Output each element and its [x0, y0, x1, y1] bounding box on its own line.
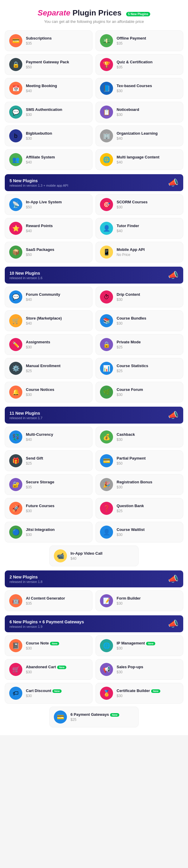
plugin-card[interactable]: ⚙️Manual Enrollment$25	[5, 358, 93, 379]
plugin-card[interactable]: 🏆Quiz & Certification$35	[95, 54, 183, 75]
plugin-info: Question Bank$25	[117, 503, 179, 514]
plugin-card[interactable]: 🔒Payment Gateway Pack$50	[5, 54, 93, 75]
plugin-price: $30	[117, 438, 179, 442]
plugin-info: Multi language Content$40	[117, 155, 179, 165]
plugin-card[interactable]: 🌿Course Forum$30	[95, 382, 183, 402]
plugin-card[interactable]: 📱Mobile App APINo Price	[95, 242, 183, 262]
plugin-card[interactable]: 🏅Certificate BuilderNew$30	[95, 683, 183, 704]
plugin-card[interactable]: 🛒Store (Marketplace)$40	[5, 310, 93, 331]
plugin-icon: 🔒	[100, 338, 113, 351]
plugin-info: Offline Payment$35	[117, 36, 179, 46]
plugin-row: 💬Forum Community$40⏱Drip Content$30	[5, 286, 183, 307]
plugin-name: Cart DiscountNew	[26, 688, 88, 693]
plugin-card[interactable]: 🔐Secure Storage$35	[5, 474, 93, 495]
plugin-card[interactable]: 📓Course NoteNew$30	[5, 635, 93, 656]
plugin-icon: ⚙️	[9, 362, 22, 375]
plugin-card[interactable]: 🎯SCORM Courses$30	[95, 194, 183, 215]
plugin-info: Secure Storage$35	[26, 480, 88, 490]
plugin-row: ✏️Assignments$30🔒Private Mode$25	[5, 334, 183, 355]
plugin-card[interactable]: 🔵Jitsi Integration$30	[5, 522, 93, 542]
plugin-card[interactable]: 📅Meeting Booking$40	[5, 78, 93, 99]
plugin-card[interactable]: 💳6 Payment GatewaysNew$25	[50, 707, 138, 727]
plugin-card[interactable]: 💵Offline Payment$35	[95, 30, 183, 51]
plugin-name: Form Builder	[117, 596, 179, 601]
plugin-card[interactable]: ⭐Reward Points$40	[5, 218, 93, 239]
plugin-card[interactable]: 📊Course Statistics$25	[95, 358, 183, 379]
plugin-price: $50	[26, 65, 88, 69]
plugin-icon: 🏆	[100, 58, 113, 71]
plugin-card[interactable]: 👤Tutor Finder$40	[95, 218, 183, 239]
plugin-row: 🔵Jitsi Integration$30👤Course Waitlist$30	[5, 522, 183, 542]
plugin-card[interactable]: 🤖AI Content Generator$35	[5, 590, 93, 611]
plugin-info: SaaS Packages$50	[26, 247, 88, 257]
plugin-info: Affiliate System$40	[26, 155, 88, 165]
plugin-card[interactable]: 🚀Future Courses$30	[5, 498, 93, 519]
plugin-icon: 📊	[100, 362, 113, 375]
plugin-card[interactable]: 📚Course Bundles$30	[95, 310, 183, 331]
plugin-icon: ❓	[100, 502, 113, 515]
plugin-card[interactable]: 🔔Course Notices$30	[5, 382, 93, 402]
plugin-price: $40	[26, 321, 88, 326]
plugin-card[interactable]: 🏢Organization Learning$40	[95, 125, 183, 146]
plugin-price: $30	[26, 393, 88, 397]
plugin-card[interactable]: 📋Noticeboard$30	[95, 102, 183, 122]
plugin-card[interactable]: ❓Question Bank$25	[95, 498, 183, 519]
plugin-card[interactable]: 📝Form Builder$30	[95, 590, 183, 611]
plugin-name: Send Gift	[26, 456, 88, 461]
plugin-name: Mobile App API	[117, 247, 179, 252]
plugin-icon: 📋	[100, 105, 113, 119]
plugin-card[interactable]: 🔒Private Mode$25	[95, 334, 183, 355]
plugin-name: Offline Payment	[117, 36, 179, 41]
plugin-info: In-App Video Call$40	[70, 551, 134, 561]
plugin-card[interactable]: 💳Subscriptions$35	[5, 30, 93, 51]
plugin-card[interactable]: 💳Partial Payment$50	[95, 451, 183, 471]
plugin-info: In-App Live System$50	[26, 200, 88, 210]
plugin-card[interactable]: 💬SMS Authentication$30	[5, 102, 93, 122]
plugin-price: $30	[117, 205, 179, 209]
plugin-price: $40	[26, 438, 88, 442]
plugin-card[interactable]: 📘Tex-based Courses$30	[95, 78, 183, 99]
plugin-card[interactable]: 📢Sales Pop-ups$30	[95, 659, 183, 680]
plugin-icon: ✏️	[9, 338, 22, 351]
plugin-name: Quiz & Certification	[117, 60, 179, 65]
plugin-card[interactable]: 📡In-App Live System$50	[5, 194, 93, 215]
plugin-card[interactable]: 🌐Multi language Content$40	[95, 149, 183, 170]
plugin-card[interactable]: 🌐IP ManagementNew$30	[95, 635, 183, 656]
plugin-name: Question Bank	[117, 503, 179, 508]
plugin-card[interactable]: 👤Course Waitlist$30	[95, 522, 183, 542]
plugin-icon: 💵	[100, 34, 113, 47]
plugin-card[interactable]: 📹In-App Video Call$40	[50, 546, 138, 566]
plugin-card[interactable]: bBigbluebutton$30	[5, 125, 93, 146]
banner-icon: 📣	[168, 574, 179, 584]
plugin-info: Future Courses$30	[26, 503, 88, 514]
plugin-icon: 🔔	[9, 385, 22, 399]
plugin-card[interactable]: ✏️Assignments$30	[5, 334, 93, 355]
plugin-card[interactable]: 🎉Registration Bonus$30	[95, 474, 183, 495]
plugin-card[interactable]: 🛒Abandoned CartNew$30	[5, 659, 93, 680]
plugin-name: Noticeboard	[117, 107, 179, 112]
plugin-info: Course Bundles$30	[117, 316, 179, 326]
plugin-icon: 🌿	[100, 385, 113, 399]
section-subtitle: released in version 1.9	[9, 625, 84, 628]
plugin-row: 📅Meeting Booking$40📘Tex-based Courses$30	[5, 78, 183, 99]
plugin-icon: b	[9, 129, 22, 143]
plugin-card-centered[interactable]: 💳6 Payment GatewaysNew$25	[50, 707, 138, 727]
plugin-card[interactable]: 💰Cashback$30	[95, 427, 183, 447]
plugin-card[interactable]: 📦SaaS Packages$50	[5, 242, 93, 262]
plugin-icon: 📹	[54, 549, 67, 562]
plugin-card[interactable]: 🏷Cart DiscountNew$30	[5, 683, 93, 704]
plugin-card-centered[interactable]: 📹In-App Video Call$40	[50, 546, 138, 566]
plugin-card[interactable]: 👥Affiliate System$40	[5, 149, 93, 170]
plugin-row: 🔒Payment Gateway Pack$50🏆Quiz & Certific…	[5, 54, 183, 75]
page-subtitle: You can get all the following plugins fo…	[6, 19, 182, 24]
plugin-price: $25	[117, 345, 179, 349]
plugin-icon: 👥	[9, 153, 22, 166]
plugin-card[interactable]: 🎁Send Gift$25	[5, 451, 93, 471]
plugin-card[interactable]: 💱Multi-Currency$40	[5, 427, 93, 447]
plugin-name: 6 Payment GatewaysNew	[70, 712, 134, 717]
plugin-name: Tutor Finder	[117, 223, 179, 228]
plugin-info: Multi-Currency$40	[26, 432, 88, 442]
plugin-card[interactable]: ⏱Drip Content$30	[95, 286, 183, 307]
plugin-info: Manual Enrollment$25	[26, 364, 88, 373]
plugin-card[interactable]: 💬Forum Community$40	[5, 286, 93, 307]
